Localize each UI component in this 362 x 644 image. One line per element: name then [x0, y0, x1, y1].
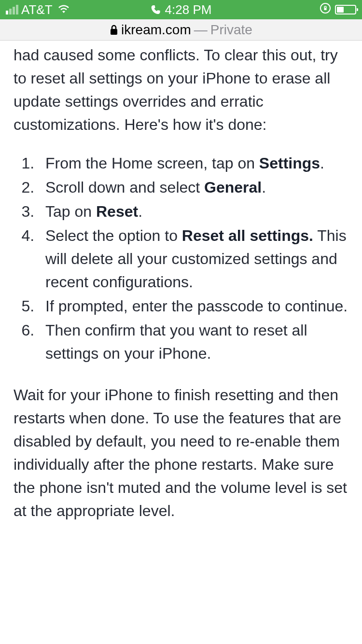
status-center: 4:28 PM — [151, 2, 212, 17]
step-prefix: Then confirm that you want to reset all … — [45, 322, 307, 362]
list-item: Tap on Reset. — [39, 200, 348, 223]
step-prefix: Select the option to — [45, 227, 182, 244]
status-left: AT&T — [6, 2, 70, 17]
list-item: From the Home screen, tap on Settings. — [39, 152, 348, 175]
intro-paragraph: had caused some conflicts. To clear this… — [14, 43, 348, 136]
status-bar: AT&T 4:28 PM — [0, 0, 362, 19]
list-item: Then confirm that you want to reset all … — [39, 319, 348, 365]
url-separator: — — [194, 22, 208, 38]
carrier-label: AT&T — [21, 2, 53, 17]
battery-icon — [335, 5, 356, 14]
domain-label: ikream.com — [121, 22, 191, 38]
step-bold: Reset — [96, 203, 138, 220]
private-mode-label: Private — [210, 22, 252, 38]
outro-paragraph: Wait for your iPhone to finish resetting… — [14, 383, 348, 522]
wifi-icon — [57, 2, 70, 17]
step-suffix: . — [320, 154, 324, 172]
step-bold: General — [204, 179, 262, 196]
status-right — [320, 2, 356, 17]
list-item: If prompted, enter the passcode to conti… — [39, 294, 348, 318]
step-bold: Reset all settings. — [182, 227, 313, 244]
svg-rect-2 — [111, 29, 117, 35]
url-bar[interactable]: ikream.com — Private — [0, 19, 362, 41]
list-item: Select the option to Reset all settings.… — [39, 224, 348, 294]
step-suffix: . — [262, 179, 266, 196]
step-prefix: If prompted, enter the passcode to conti… — [45, 297, 348, 315]
steps-list: From the Home screen, tap on Settings. S… — [14, 152, 348, 365]
article-content[interactable]: had caused some conflicts. To clear this… — [0, 41, 362, 522]
phone-icon — [151, 4, 161, 15]
step-prefix: Tap on — [45, 203, 96, 220]
time-label: 4:28 PM — [165, 2, 212, 17]
step-suffix: . — [138, 203, 142, 220]
step-prefix: Scroll down and select — [45, 179, 204, 196]
step-bold: Settings — [259, 154, 320, 172]
orientation-lock-icon — [320, 2, 331, 17]
list-item: Scroll down and select General. — [39, 176, 348, 199]
lock-icon — [110, 25, 118, 35]
svg-rect-1 — [324, 8, 327, 10]
signal-icon — [6, 5, 18, 14]
step-prefix: From the Home screen, tap on — [45, 154, 259, 172]
